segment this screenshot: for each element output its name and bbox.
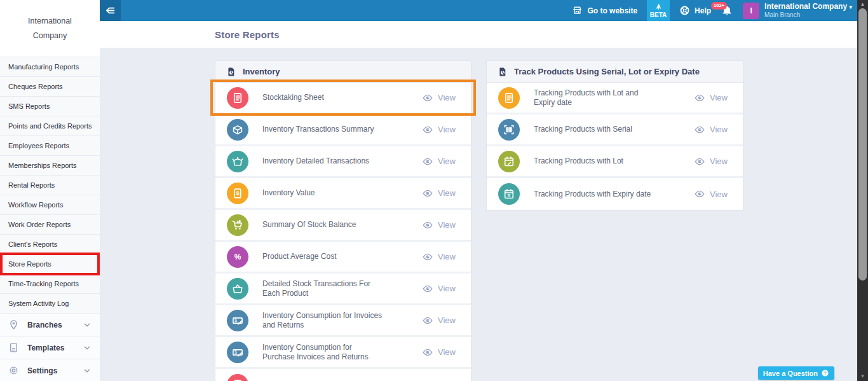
sidebar-item-points-and-credits-reports[interactable]: Points and Credits Reports [0,116,100,136]
view-link[interactable]: View [422,252,456,262]
page-title: Store Reports [215,29,280,40]
eye-icon [694,156,705,167]
report-label: Stocktaking Sheet [262,93,422,102]
sidebar-nav-templates[interactable]: Templates [0,336,100,359]
svg-text:?: ? [824,371,826,375]
main-area: Go to website BETA Help 102+ I I [100,0,857,381]
report-label: Tracking Products with Expiry date [534,190,694,199]
sidebar-item-store-reports[interactable]: Store Reports [0,254,100,274]
report-menu: Manufacturing ReportsCheques ReportsSMS … [0,57,100,314]
sidebar-item-client-s-reports[interactable]: Client's Reports [0,235,100,254]
scroll-up-arrow-icon[interactable]: ▲ [857,0,868,9]
eye-icon [422,284,433,294]
sidebar-item-work-order-reports[interactable]: Work Order Reports [0,215,100,235]
doc-list-icon [227,374,248,381]
rocket-icon [654,3,663,11]
company-logo-line1: International [28,15,72,28]
sidebar: International Company Manufacturing Repo… [0,0,100,381]
sidebar-nav-settings[interactable]: Settings [0,359,100,381]
report-row-inventory-consumption-for-purchase-invoi: $ Inventory Consumption for Purchase Inv… [215,337,471,369]
branch-name: Main Branch [764,11,852,18]
panel-header: Inventory [215,61,471,83]
eye-icon [422,252,433,262]
company-name: International Company [764,2,847,11]
view-link[interactable]: View [694,93,728,103]
beta-button[interactable]: BETA [647,0,670,21]
sidebar-item-rental-reports[interactable]: Rental Reports [0,176,100,195]
svg-text:$: $ [236,190,240,197]
eye-icon [694,93,705,103]
sidebar-item-manufacturing-reports[interactable]: Manufacturing Reports [0,57,100,77]
eye-icon [422,156,433,167]
sidebar-item-employees-reports[interactable]: Employees Reports [0,136,100,156]
help-link[interactable]: Help [679,5,711,16]
have-a-question-label: Have a Question [763,370,818,377]
scrollbar-thumb[interactable] [858,8,867,281]
company-logo-line2: Company [33,29,67,43]
report-label: Inventory Detailed Transactions [262,156,422,166]
view-link[interactable]: View [422,315,456,326]
basket-icon [227,278,248,300]
view-label: View [438,347,456,357]
view-label: View [438,252,456,261]
scroll-down-arrow-icon[interactable]: ▼ [857,372,868,381]
eye-icon [422,93,433,103]
report-row-stocktaking-sheet: Stocktaking Sheet View [215,83,471,114]
sidebar-item-cheques-reports[interactable]: Cheques Reports [0,77,100,97]
cheque-pen-icon: $ [227,310,248,331]
help-label: Help [695,6,711,15]
eye-icon [422,125,433,135]
view-link[interactable]: View [694,156,728,167]
sidebar-item-system-activity-log[interactable]: System Activity Log [0,294,100,314]
view-link[interactable]: View [694,189,728,199]
report-doc-icon [226,67,236,77]
cheque-pen-icon: $ [227,342,248,363]
storefront-icon [572,5,583,16]
panel-title: Track Products Using Serial, Lot or Expi… [514,67,700,76]
view-link[interactable]: View [422,347,456,357]
svg-text:%: % [234,253,241,261]
go-to-website-link[interactable]: Go to website [572,5,637,16]
have-a-question-button[interactable]: Have a Question ? [758,366,834,380]
report-row-tracking-products-with-expiry-date: Tracking Products with Expiry date View [487,178,743,210]
vertical-scrollbar[interactable]: ▲ ▼ [857,0,868,381]
view-link[interactable]: View [694,125,728,135]
report-row-item: View [215,369,471,381]
account-menu[interactable]: I International Company ▾ Main Branch [743,3,852,19]
svg-text:$: $ [234,350,237,354]
cart-icon [227,214,248,236]
view-link[interactable]: View [422,125,456,135]
report-row-inventory-consumption-for-invoices-and-r: $ Inventory Consumption for Invoices and… [215,305,471,337]
view-label: View [438,125,456,134]
sidebar-bottom-menu: Branches Templates Settings [0,314,100,381]
caret-down-icon: ▾ [849,4,852,10]
panel-header: Track Products Using Serial, Lot or Expi… [487,61,743,83]
sidebar-item-sms-reports[interactable]: SMS Reports [0,97,100,116]
view-link[interactable]: View [422,188,456,198]
view-link[interactable]: View [422,93,456,103]
report-label: Tracking Products with Lot [534,156,694,166]
sidebar-collapse-button[interactable] [100,0,121,21]
topbar: Go to website BETA Help 102+ I I [100,0,857,21]
company-logo[interactable]: International Company [0,0,100,57]
app-window: International Company Manufacturing Repo… [0,0,868,381]
beta-label: BETA [650,11,667,18]
sidebar-nav-branches[interactable]: Branches [0,314,100,336]
report-doc-icon [498,67,508,77]
view-label: View [438,93,456,102]
view-link[interactable]: View [422,284,456,294]
report-row-detailed-stock-transactions-for-each-pro: Detailed Stock Transactions For Each Pro… [215,274,471,305]
question-circle-icon: ? [821,369,829,377]
report-label: Inventory Transactions Summary [262,125,422,134]
sidebar-item-time-tracking-reports[interactable]: Time-Tracking Reports [0,274,100,294]
calendar-x-icon [498,183,520,205]
sidebar-item-memberships-reports[interactable]: Memberships Reports [0,156,100,176]
view-link[interactable]: View [422,220,456,230]
panel-track-products-using-serial-lot-or-expiry-date: Track Products Using Serial, Lot or Expi… [486,60,743,211]
notifications-button[interactable]: 102+ [721,4,733,17]
sidebar-item-workflow-reports[interactable]: Workflow Reports [0,195,100,215]
report-row-product-average-cost: % Product Average Cost View [215,242,471,274]
report-row-tracking-products-with-serial: Tracking Products with Serial View [487,114,743,146]
chevron-down-icon [83,321,92,329]
view-link[interactable]: View [422,156,456,167]
